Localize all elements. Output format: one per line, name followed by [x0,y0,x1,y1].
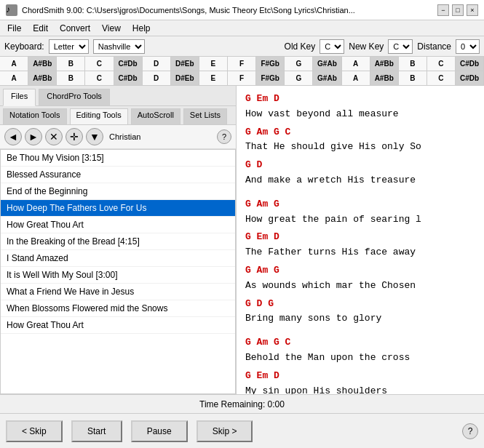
piano-row-1: AA#BbBCC#DbDD#EbEFF#GbGG#AbAA#BbBCC#Db [0,57,484,71]
sub-tab-3[interactable]: Set Lists [183,108,227,124]
down-button[interactable]: ▼ [86,128,103,145]
song-item[interactable]: Be Thou My Vision [3:15] [1,150,235,167]
song-item[interactable]: I Stand Amazed [1,250,235,267]
piano-key-A[interactable]: A [342,71,370,85]
piano-key-FsharpGb[interactable]: F#Gb [256,57,285,71]
piano-key-A[interactable]: A [342,57,370,71]
song-item[interactable]: Blessed Assurance [1,167,235,183]
piano-key-G[interactable]: G [285,57,313,71]
song-item[interactable]: How Great Thou Art [1,317,235,334]
song-item[interactable]: It is Well With My Soul [3:00] [1,267,235,284]
sub-tab-1[interactable]: Editing Tools [70,108,128,124]
next-button[interactable]: ► [25,128,42,145]
new-key-select[interactable]: C [388,39,413,54]
window-controls: − □ × [437,4,478,16]
bottom-buttons: < Skip Start Pause Skip > ? [0,413,484,448]
lyric-line: How vast beyond all measure [245,107,475,122]
piano-key-B[interactable]: B [399,57,427,71]
main-tabs: FilesChordPro Tools [0,86,236,106]
piano-key-F[interactable]: F [228,57,256,71]
pause-button[interactable]: Pause [131,420,188,442]
piano-key-C[interactable]: C [427,71,456,85]
piano-key-CsharpDb[interactable]: C#Db [114,57,143,71]
move-button[interactable]: ✛ [66,128,83,145]
menu-bar: FileEditConvertViewHelp [0,20,484,36]
lyric-line: Bring many sons to glory [245,311,475,327]
prev-button[interactable]: ◄ [4,128,22,145]
piano-key-A[interactable]: A [0,57,28,71]
main-tab-1[interactable]: ChordPro Tools [39,89,110,105]
maximize-button[interactable]: □ [452,4,464,16]
sub-tab-0[interactable]: Notation Tools [3,108,67,124]
piano-key-CsharpDb[interactable]: C#Db [456,71,484,85]
lyric-line: And make a wretch His treasure [245,173,475,188]
menu-item-convert[interactable]: Convert [55,22,95,35]
song-item[interactable]: How Great Thou Art [1,217,235,233]
toolbar-help-button[interactable]: ? [217,129,231,144]
old-key-label: Old Key [285,41,316,52]
lyric-line: How great the pain of searing l [245,212,475,228]
menu-item-edit[interactable]: Edit [28,22,52,35]
skip-back-button[interactable]: < Skip [6,420,63,442]
status-bar: Time Remaining: 0:00 [0,394,484,413]
bottom-help-button[interactable]: ? [462,423,478,439]
sub-tab-2[interactable]: AutoScroll [131,108,180,124]
piano-key-B[interactable]: B [57,57,85,71]
nashville-select[interactable]: Nashville [93,39,145,54]
song-list: Be Thou My Vision [3:15]Blessed Assuranc… [0,149,236,394]
minimize-button[interactable]: − [437,4,449,16]
piano-key-E[interactable]: E [199,71,228,85]
chord-line: G D [245,158,475,173]
main-tab-0[interactable]: Files [3,89,36,106]
song-category: Christian [106,132,143,141]
piano-key-FsharpGb[interactable]: F#Gb [256,71,285,85]
blank-line [245,329,475,335]
piano-key-C[interactable]: C [85,71,114,85]
piano-key-C[interactable]: C [427,57,456,71]
piano-key-GsharpAb[interactable]: G#Ab [313,71,341,85]
close-song-button[interactable]: ✕ [45,128,63,145]
song-item[interactable]: In the Breaking of the Bread [4:15] [1,233,235,250]
distance-select[interactable]: 0 [456,39,480,54]
piano-key-C[interactable]: C [85,57,114,71]
piano-key-B[interactable]: B [57,71,85,85]
piano-key-D[interactable]: D [143,57,171,71]
chord-line: G Am G C [245,335,475,351]
keyboard-toolbar: Keyboard: Letter Nashville Old Key C New… [0,36,484,57]
chord-line: G Em D [245,230,475,245]
piano-key-AsharpBb[interactable]: A#Bb [370,71,399,85]
song-item[interactable]: When Blossoms Flowered mid the Snows [1,300,235,317]
skip-forward-button[interactable]: Skip > [197,420,253,442]
menu-item-view[interactable]: View [98,22,125,35]
piano-key-AsharpBb[interactable]: A#Bb [28,71,57,85]
menu-item-help[interactable]: Help [128,22,155,35]
piano-key-DsharpEb[interactable]: D#Eb [171,57,199,71]
lyrics-area: G Em DHow vast beyond all measureG Am G … [237,86,484,394]
old-key-select[interactable]: C [320,39,344,54]
piano-key-CsharpDb[interactable]: C#Db [456,57,484,71]
song-item[interactable]: End of the Beginning [1,183,235,200]
piano-key-E[interactable]: E [199,57,228,71]
piano-key-F[interactable]: F [228,71,256,85]
piano-key-GsharpAb[interactable]: G#Ab [313,57,341,71]
piano-key-B[interactable]: B [399,71,427,85]
chord-line: G D G [245,297,475,312]
piano-key-CsharpDb[interactable]: C#Db [114,71,143,85]
piano-key-AsharpBb[interactable]: A#Bb [28,57,57,71]
close-button[interactable]: × [467,4,478,16]
keyboard-label: Keyboard: [4,41,44,52]
piano-key-DsharpEb[interactable]: D#Eb [171,71,199,85]
keyboard-select[interactable]: Letter [49,39,89,54]
piano-key-D[interactable]: D [143,71,171,85]
lyric-line: My sin upon His shoulders [245,384,475,394]
menu-item-file[interactable]: File [3,22,25,35]
start-button[interactable]: Start [71,420,122,442]
piano-key-AsharpBb[interactable]: A#Bb [370,57,399,71]
left-panel: FilesChordPro Tools Notation ToolsEditin… [0,86,237,394]
piano-key-A[interactable]: A [0,71,28,85]
chord-line: G Em D [245,92,475,107]
piano-key-G[interactable]: G [285,71,313,85]
distance-label: Distance [417,41,451,52]
song-item[interactable]: How Deep The Fathers Love For Us [1,200,235,217]
song-item[interactable]: What a Friend We Have in Jesus [1,284,235,300]
